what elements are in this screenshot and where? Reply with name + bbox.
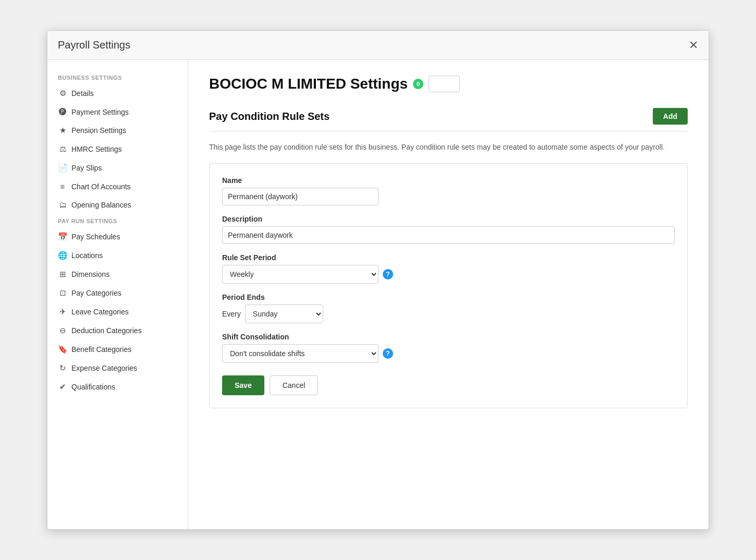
period-ends-row: Every Sunday Monday Tuesday Wednesday Th… <box>222 305 675 323</box>
sidebar-item-details[interactable]: ⚙ Details <box>47 84 188 103</box>
form-card: Name Description Rule Set Period Weekly … <box>209 163 688 408</box>
sidebar-label-pay-categories: Pay Categories <box>71 289 121 297</box>
sidebar: BUSINESS SETTINGS ⚙ Details 🅟 Payment Se… <box>47 60 188 529</box>
description-label: Description <box>222 215 675 223</box>
modal-body: BUSINESS SETTINGS ⚙ Details 🅟 Payment Se… <box>47 60 709 529</box>
sidebar-item-expense-categories[interactable]: ↻ Expense Categories <box>47 359 188 378</box>
modal-header: Payroll Settings ✕ <box>47 31 709 60</box>
form-group-description: Description <box>222 215 675 244</box>
globe-icon: 🌐 <box>58 251 67 260</box>
sidebar-item-payment-settings[interactable]: 🅟 Payment Settings <box>47 103 188 121</box>
form-actions: Save Cancel <box>222 375 675 395</box>
shift-consolidation-select[interactable]: Don't consolidate shifts Consolidate shi… <box>222 344 379 363</box>
sidebar-item-pension-settings[interactable]: ★ Pension Settings <box>47 121 188 140</box>
leave-icon: ✈ <box>58 307 67 316</box>
sidebar-item-deduction-categories[interactable]: ⊖ Deduction Categories <box>47 321 188 340</box>
sidebar-item-hmrc-settings[interactable]: ⚖ HMRC Settings <box>47 140 188 159</box>
hmrc-icon: ⚖ <box>58 144 67 154</box>
title-box <box>429 76 460 92</box>
business-title: BOCIOC M LIMITED Settings <box>209 76 408 92</box>
dimensions-icon: ⊞ <box>58 270 67 279</box>
chart-icon: ≡ <box>58 182 67 191</box>
sidebar-item-pay-slips[interactable]: 📄 Pay Slips <box>47 159 188 177</box>
save-button[interactable]: Save <box>222 375 264 395</box>
page-header-row: Pay Condition Rule Sets Add <box>209 108 688 125</box>
description-input[interactable] <box>222 226 675 244</box>
opening-balances-icon: 🗂 <box>58 200 67 209</box>
sidebar-label-expense-categories: Expense Categories <box>71 364 137 372</box>
name-label: Name <box>222 176 675 185</box>
sidebar-label-locations: Locations <box>71 251 103 260</box>
period-ends-select[interactable]: Sunday Monday Tuesday Wednesday Thursday… <box>245 305 323 323</box>
sidebar-label-pension-settings: Pension Settings <box>71 126 126 135</box>
rule-set-period-select[interactable]: Weekly Fortnightly Monthly Four Weekly <box>222 265 379 284</box>
payment-icon: 🅟 <box>58 107 67 116</box>
calendar-icon: 📅 <box>58 232 67 241</box>
main-content: BOCIOC M LIMITED Settings 0 Pay Conditio… <box>188 60 709 529</box>
qualifications-icon: ✔ <box>58 382 67 392</box>
sidebar-label-opening-balances: Opening Balances <box>71 201 131 209</box>
sidebar-label-pay-slips: Pay Slips <box>71 164 102 172</box>
form-group-name: Name <box>222 176 675 205</box>
rule-set-period-label: Rule Set Period <box>222 253 675 262</box>
name-input[interactable] <box>222 188 379 205</box>
sidebar-label-dimensions: Dimensions <box>71 270 109 278</box>
sidebar-label-qualifications: Qualifications <box>71 383 115 391</box>
expense-icon: ↻ <box>58 363 67 373</box>
business-title-row: BOCIOC M LIMITED Settings 0 <box>209 76 688 92</box>
period-ends-label: Period Ends <box>222 293 675 301</box>
sidebar-label-details: Details <box>71 89 94 98</box>
sidebar-label-payment-settings: Payment Settings <box>71 108 129 116</box>
sidebar-item-pay-schedules[interactable]: 📅 Pay Schedules <box>47 227 188 246</box>
shift-consolidation-row: Don't consolidate shifts Consolidate shi… <box>222 344 675 363</box>
sidebar-label-deduction-categories: Deduction Categories <box>71 326 142 335</box>
add-button[interactable]: Add <box>653 108 688 125</box>
cancel-button[interactable]: Cancel <box>270 375 319 395</box>
sidebar-item-pay-categories[interactable]: ⊡ Pay Categories <box>47 284 188 302</box>
gear-icon: ⚙ <box>58 89 67 98</box>
form-group-shift-consolidation: Shift Consolidation Don't consolidate sh… <box>222 333 675 363</box>
sidebar-item-chart-of-accounts[interactable]: ≡ Chart Of Accounts <box>47 177 188 196</box>
sidebar-item-opening-balances[interactable]: 🗂 Opening Balances <box>47 196 188 214</box>
badge-count: 0 <box>413 79 423 89</box>
payroll-settings-modal: Payroll Settings ✕ BUSINESS SETTINGS ⚙ D… <box>47 30 709 530</box>
sidebar-section-payrun: PAY RUN SETTINGS <box>47 214 188 227</box>
sidebar-item-leave-categories[interactable]: ✈ Leave Categories <box>47 302 188 321</box>
payslip-icon: 📄 <box>58 163 67 173</box>
pay-categories-icon: ⊡ <box>58 288 67 298</box>
divider <box>209 131 688 131</box>
benefit-icon: 🔖 <box>58 345 67 354</box>
every-label: Every <box>222 310 241 318</box>
sidebar-item-dimensions[interactable]: ⊞ Dimensions <box>47 265 188 284</box>
deduction-icon: ⊖ <box>58 326 67 335</box>
modal-title: Payroll Settings <box>58 39 130 51</box>
sidebar-item-locations[interactable]: 🌐 Locations <box>47 246 188 265</box>
page-title: Pay Condition Rule Sets <box>209 111 330 123</box>
rule-set-period-help-icon[interactable]: ? <box>383 269 393 279</box>
pension-icon: ★ <box>58 126 67 135</box>
shift-consolidation-label: Shift Consolidation <box>222 333 675 341</box>
shift-consolidation-help-icon[interactable]: ? <box>383 348 393 359</box>
rule-set-period-row: Weekly Fortnightly Monthly Four Weekly ? <box>222 265 675 284</box>
form-group-rule-set-period: Rule Set Period Weekly Fortnightly Month… <box>222 253 675 284</box>
sidebar-item-qualifications[interactable]: ✔ Qualifications <box>47 378 188 396</box>
sidebar-label-benefit-categories: Benefit Categories <box>71 345 131 354</box>
close-button[interactable]: ✕ <box>689 40 698 51</box>
sidebar-label-chart-of-accounts: Chart Of Accounts <box>71 182 131 191</box>
sidebar-section-business: BUSINESS SETTINGS <box>47 70 188 84</box>
sidebar-label-pay-schedules: Pay Schedules <box>71 233 120 241</box>
page-description: This page lists the pay condition rule s… <box>209 142 688 153</box>
sidebar-label-leave-categories: Leave Categories <box>71 308 129 316</box>
sidebar-item-benefit-categories[interactable]: 🔖 Benefit Categories <box>47 340 188 359</box>
sidebar-label-hmrc-settings: HMRC Settings <box>71 145 121 153</box>
form-group-period-ends: Period Ends Every Sunday Monday Tuesday … <box>222 293 675 323</box>
